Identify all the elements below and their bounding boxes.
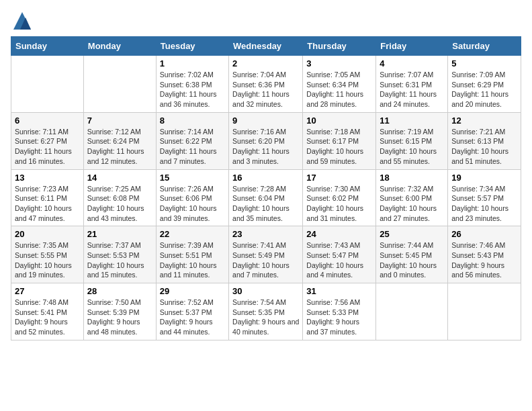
day-info: Sunrise: 7:25 AMSunset: 6:08 PMDaylight:… — [87, 184, 152, 224]
day-info: Sunrise: 7:41 AMSunset: 5:49 PMDaylight:… — [232, 240, 299, 280]
header-day-tuesday: Tuesday — [156, 37, 228, 56]
day-info: Sunrise: 7:35 AMSunset: 5:55 PMDaylight:… — [15, 240, 80, 280]
day-cell: 12Sunrise: 7:21 AMSunset: 6:13 PMDayligh… — [448, 112, 521, 169]
day-info: Sunrise: 7:23 AMSunset: 6:11 PMDaylight:… — [15, 184, 80, 224]
day-info: Sunrise: 7:44 AMSunset: 5:45 PMDaylight:… — [380, 240, 444, 280]
day-number: 11 — [380, 116, 444, 126]
day-info: Sunrise: 7:52 AMSunset: 5:37 PMDaylight:… — [160, 298, 225, 337]
day-number: 3 — [306, 58, 372, 68]
day-cell: 16Sunrise: 7:28 AMSunset: 6:04 PMDayligh… — [229, 169, 303, 226]
week-row-1: 1Sunrise: 7:02 AMSunset: 6:38 PMDaylight… — [11, 56, 521, 113]
day-cell: 18Sunrise: 7:32 AMSunset: 6:00 PMDayligh… — [376, 169, 448, 226]
day-info: Sunrise: 7:18 AMSunset: 6:17 PMDaylight:… — [306, 127, 372, 167]
day-number: 20 — [15, 229, 80, 239]
day-number: 4 — [380, 58, 444, 68]
day-number: 25 — [380, 229, 444, 239]
day-cell: 7Sunrise: 7:12 AMSunset: 6:24 PMDaylight… — [83, 112, 156, 169]
day-info: Sunrise: 7:21 AMSunset: 6:13 PMDaylight:… — [451, 127, 517, 167]
day-number: 28 — [87, 286, 152, 296]
day-info: Sunrise: 7:34 AMSunset: 5:57 PMDaylight:… — [451, 184, 517, 224]
day-cell: 10Sunrise: 7:18 AMSunset: 6:17 PMDayligh… — [303, 112, 376, 169]
day-info: Sunrise: 7:26 AMSunset: 6:06 PMDaylight:… — [160, 184, 225, 224]
day-number: 19 — [451, 173, 517, 183]
header-day-saturday: Saturday — [448, 37, 521, 56]
day-number: 27 — [15, 286, 80, 296]
day-number: 23 — [232, 229, 299, 239]
day-number: 24 — [306, 229, 372, 239]
day-number: 30 — [232, 286, 299, 296]
day-cell — [83, 56, 156, 113]
day-number: 14 — [87, 173, 152, 183]
day-cell: 27Sunrise: 7:48 AMSunset: 5:41 PMDayligh… — [11, 283, 84, 340]
day-cell: 25Sunrise: 7:44 AMSunset: 5:45 PMDayligh… — [376, 226, 448, 283]
day-cell: 29Sunrise: 7:52 AMSunset: 5:37 PMDayligh… — [156, 283, 228, 340]
day-number: 12 — [451, 116, 517, 126]
day-info: Sunrise: 7:09 AMSunset: 6:29 PMDaylight:… — [451, 70, 517, 109]
day-cell: 20Sunrise: 7:35 AMSunset: 5:55 PMDayligh… — [11, 226, 84, 283]
day-info: Sunrise: 7:12 AMSunset: 6:24 PMDaylight:… — [87, 127, 152, 167]
day-number: 26 — [451, 229, 517, 239]
day-number: 22 — [160, 229, 225, 239]
day-info: Sunrise: 7:04 AMSunset: 6:36 PMDaylight:… — [232, 70, 299, 109]
calendar-table: SundayMondayTuesdayWednesdayThursdayFrid… — [11, 36, 521, 340]
day-cell: 14Sunrise: 7:25 AMSunset: 6:08 PMDayligh… — [83, 169, 156, 226]
day-cell: 5Sunrise: 7:09 AMSunset: 6:29 PMDaylight… — [448, 56, 521, 113]
day-cell: 23Sunrise: 7:41 AMSunset: 5:49 PMDayligh… — [229, 226, 303, 283]
day-number: 29 — [160, 286, 225, 296]
day-cell: 30Sunrise: 7:54 AMSunset: 5:35 PMDayligh… — [229, 283, 303, 340]
page-header — [11, 11, 521, 31]
header-day-wednesday: Wednesday — [229, 37, 303, 56]
day-cell: 22Sunrise: 7:39 AMSunset: 5:51 PMDayligh… — [156, 226, 228, 283]
day-cell: 3Sunrise: 7:05 AMSunset: 6:34 PMDaylight… — [303, 56, 376, 113]
day-number: 8 — [160, 116, 225, 126]
day-cell: 2Sunrise: 7:04 AMSunset: 6:36 PMDaylight… — [229, 56, 303, 113]
day-cell: 26Sunrise: 7:46 AMSunset: 5:43 PMDayligh… — [448, 226, 521, 283]
logo — [11, 11, 32, 31]
day-number: 9 — [232, 116, 299, 126]
day-info: Sunrise: 7:50 AMSunset: 5:39 PMDaylight:… — [87, 298, 152, 337]
day-number: 13 — [15, 173, 80, 183]
day-number: 1 — [160, 58, 225, 68]
day-number: 7 — [87, 116, 152, 126]
day-info: Sunrise: 7:02 AMSunset: 6:38 PMDaylight:… — [160, 70, 225, 109]
day-info: Sunrise: 7:28 AMSunset: 6:04 PMDaylight:… — [232, 184, 299, 224]
day-info: Sunrise: 7:37 AMSunset: 5:53 PMDaylight:… — [87, 240, 152, 280]
week-row-5: 27Sunrise: 7:48 AMSunset: 5:41 PMDayligh… — [11, 283, 521, 340]
day-number: 17 — [306, 173, 372, 183]
day-info: Sunrise: 7:05 AMSunset: 6:34 PMDaylight:… — [306, 70, 372, 109]
day-info: Sunrise: 7:54 AMSunset: 5:35 PMDaylight:… — [232, 298, 299, 337]
day-number: 15 — [160, 173, 225, 183]
day-info: Sunrise: 7:32 AMSunset: 6:00 PMDaylight:… — [380, 184, 444, 224]
day-info: Sunrise: 7:16 AMSunset: 6:20 PMDaylight:… — [232, 127, 299, 167]
week-row-3: 13Sunrise: 7:23 AMSunset: 6:11 PMDayligh… — [11, 169, 521, 226]
day-info: Sunrise: 7:11 AMSunset: 6:27 PMDaylight:… — [15, 127, 80, 167]
day-cell: 28Sunrise: 7:50 AMSunset: 5:39 PMDayligh… — [83, 283, 156, 340]
day-number: 2 — [232, 58, 299, 68]
header-day-sunday: Sunday — [11, 37, 84, 56]
day-cell: 6Sunrise: 7:11 AMSunset: 6:27 PMDaylight… — [11, 112, 84, 169]
day-cell: 9Sunrise: 7:16 AMSunset: 6:20 PMDaylight… — [229, 112, 303, 169]
day-cell: 19Sunrise: 7:34 AMSunset: 5:57 PMDayligh… — [448, 169, 521, 226]
day-number: 6 — [15, 116, 80, 126]
day-info: Sunrise: 7:43 AMSunset: 5:47 PMDaylight:… — [306, 240, 372, 280]
header-day-thursday: Thursday — [303, 37, 376, 56]
day-info: Sunrise: 7:30 AMSunset: 6:02 PMDaylight:… — [306, 184, 372, 224]
day-info: Sunrise: 7:19 AMSunset: 6:15 PMDaylight:… — [380, 127, 444, 167]
day-cell — [376, 283, 448, 340]
day-info: Sunrise: 7:39 AMSunset: 5:51 PMDaylight:… — [160, 240, 225, 280]
week-row-2: 6Sunrise: 7:11 AMSunset: 6:27 PMDaylight… — [11, 112, 521, 169]
day-cell — [11, 56, 84, 113]
day-cell — [448, 283, 521, 340]
day-info: Sunrise: 7:07 AMSunset: 6:31 PMDaylight:… — [380, 70, 444, 109]
day-cell: 8Sunrise: 7:14 AMSunset: 6:22 PMDaylight… — [156, 112, 228, 169]
day-info: Sunrise: 7:48 AMSunset: 5:41 PMDaylight:… — [15, 298, 80, 337]
day-cell: 13Sunrise: 7:23 AMSunset: 6:11 PMDayligh… — [11, 169, 84, 226]
day-number: 18 — [380, 173, 444, 183]
day-number: 5 — [451, 58, 517, 68]
day-cell: 4Sunrise: 7:07 AMSunset: 6:31 PMDaylight… — [376, 56, 448, 113]
header-day-friday: Friday — [376, 37, 448, 56]
day-cell: 15Sunrise: 7:26 AMSunset: 6:06 PMDayligh… — [156, 169, 228, 226]
day-cell: 17Sunrise: 7:30 AMSunset: 6:02 PMDayligh… — [303, 169, 376, 226]
day-cell: 31Sunrise: 7:56 AMSunset: 5:33 PMDayligh… — [303, 283, 376, 340]
day-cell: 11Sunrise: 7:19 AMSunset: 6:15 PMDayligh… — [376, 112, 448, 169]
